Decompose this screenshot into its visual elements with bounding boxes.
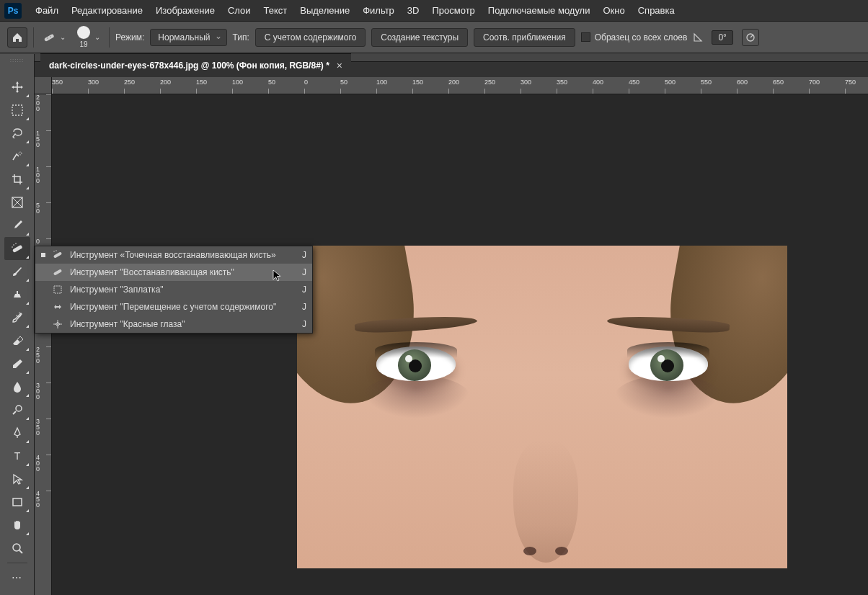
- flyout-item-patch[interactable]: Инструмент "Заплатка"J: [35, 281, 312, 298]
- angle-value-input[interactable]: 0°: [712, 30, 732, 45]
- angle-icon: [693, 32, 706, 42]
- menu-help[interactable]: Справка: [632, 1, 681, 19]
- hand-tool[interactable]: [4, 514, 30, 537]
- menu-view[interactable]: Просмотр: [425, 1, 481, 19]
- pen-tool[interactable]: [4, 421, 30, 444]
- brush-preset-picker[interactable]: 19 ⌄: [74, 24, 103, 50]
- ruler-tick: 150: [196, 77, 232, 94]
- spot-healing-brush-tool[interactable]: [4, 237, 30, 260]
- menu-filter[interactable]: Фильтр: [356, 1, 401, 19]
- brush-size-label: 19: [79, 40, 87, 48]
- tool-preset-picker[interactable]: ⌄: [40, 30, 68, 45]
- edit-toolbar-button[interactable]: ⋯: [4, 566, 30, 589]
- brush-tool[interactable]: [4, 260, 30, 283]
- home-button[interactable]: [7, 27, 27, 48]
- menu-window[interactable]: Окно: [596, 1, 631, 19]
- type-proximity-match-button[interactable]: Соотв. приближения: [474, 28, 575, 47]
- ruler-tick: 700: [809, 77, 845, 94]
- heal-icon: [51, 267, 64, 278]
- mode-select[interactable]: Нормальный: [150, 29, 226, 46]
- document-tab[interactable]: dark-circles-under-eyes-678x446.jpg @ 10…: [40, 53, 351, 77]
- sample-all-layers-checkbox[interactable]: Образец со всех слоев: [581, 32, 688, 42]
- frame-tool[interactable]: [4, 191, 30, 214]
- menu-3d[interactable]: 3D: [401, 1, 426, 19]
- eyedropper-tool[interactable]: [4, 214, 30, 237]
- ruler-tick: 50: [35, 202, 52, 238]
- ruler-tick: 100: [376, 77, 412, 94]
- tool-panel: :::::: T ⋯: [0, 54, 35, 595]
- flyout-shortcut: J: [302, 302, 306, 312]
- flyout-item-label: Инструмент "Красные глаза": [70, 319, 296, 329]
- move-tool[interactable]: [4, 76, 30, 99]
- menu-type[interactable]: Текст: [257, 1, 294, 19]
- ruler-tick: 200: [448, 77, 484, 94]
- svg-point-17: [13, 544, 20, 551]
- svg-point-10: [13, 244, 14, 246]
- svg-rect-22: [53, 269, 62, 275]
- svg-rect-9: [12, 245, 22, 253]
- svg-rect-16: [13, 498, 22, 506]
- flyout-item-content-move[interactable]: Инструмент "Перемещение с учетом содержи…: [35, 298, 312, 316]
- path-selection-tool[interactable]: [4, 468, 30, 491]
- bandage-icon: [43, 31, 56, 44]
- ruler-tick: 200: [160, 77, 196, 94]
- vertical-ruler[interactable]: 200150100500150200250300350400450: [35, 94, 52, 595]
- ruler-tick: 150: [412, 77, 448, 94]
- type-content-aware-button[interactable]: С учетом содержимого: [255, 28, 366, 47]
- ruler-origin[interactable]: [35, 77, 52, 94]
- ruler-tick: 250: [35, 346, 52, 382]
- type-tool[interactable]: T: [4, 444, 30, 468]
- quick-selection-tool[interactable]: [4, 145, 30, 168]
- crop-tool[interactable]: [4, 168, 30, 191]
- lasso-tool[interactable]: [4, 122, 30, 145]
- checkbox-icon: [581, 32, 590, 42]
- brush-preview-icon: [77, 26, 90, 39]
- blur-tool[interactable]: [4, 375, 30, 398]
- svg-point-12: [12, 246, 13, 248]
- gradient-tool[interactable]: [4, 352, 30, 375]
- flyout-item-heal[interactable]: Инструмент "Восстанавливающая кисть"J: [35, 264, 312, 281]
- document-tab-title: dark-circles-under-eyes-678x446.jpg @ 10…: [49, 61, 329, 71]
- ruler-tick: 100: [35, 166, 52, 202]
- rectangle-tool[interactable]: [4, 491, 30, 514]
- menu-plugins[interactable]: Подключаемые модули: [482, 1, 597, 19]
- flyout-item-spot-heal[interactable]: Инструмент «Точечная восстанавливающая к…: [35, 246, 312, 264]
- ruler-tick: 300: [521, 77, 557, 94]
- dodge-tool[interactable]: [4, 398, 30, 421]
- ruler-tick: 550: [701, 77, 737, 94]
- flyout-shortcut: J: [302, 285, 306, 295]
- menu-image[interactable]: Изображение: [149, 1, 221, 19]
- horizontal-ruler[interactable]: 3503002502001501005005010015020025030035…: [35, 77, 868, 94]
- flyout-shortcut: J: [302, 250, 306, 260]
- menu-file[interactable]: Файл: [29, 1, 65, 19]
- svg-rect-19: [53, 251, 62, 258]
- spot-heal-icon: [51, 249, 64, 261]
- history-brush-tool[interactable]: [4, 306, 30, 329]
- menu-select[interactable]: Выделение: [293, 1, 356, 19]
- canvas-area: 3503002502001501005005010015020025030035…: [35, 77, 868, 595]
- flyout-item-red-eye[interactable]: Инструмент "Красные глаза"J: [35, 316, 312, 333]
- flyout-item-label: Инструмент "Перемещение с учетом содержи…: [70, 302, 296, 312]
- ruler-tick: 600: [737, 77, 773, 94]
- menu-layers[interactable]: Слои: [221, 1, 257, 19]
- type-create-texture-button[interactable]: Создание текстуры: [371, 28, 468, 47]
- zoom-tool[interactable]: [4, 537, 30, 560]
- marquee-tool[interactable]: [4, 99, 30, 122]
- menu-edit[interactable]: Редактирование: [65, 1, 149, 19]
- ruler-tick: 100: [232, 77, 268, 94]
- ruler-tick: 350: [52, 77, 88, 94]
- close-tab-icon[interactable]: ×: [337, 60, 342, 71]
- document-canvas[interactable]: [297, 246, 787, 568]
- clone-stamp-tool[interactable]: [4, 283, 30, 306]
- content-move-icon: [51, 301, 64, 313]
- ruler-tick: 350: [35, 419, 52, 455]
- document-tab-bar: dark-circles-under-eyes-678x446.jpg @ 10…: [40, 54, 351, 77]
- ruler-tick: 50: [268, 77, 304, 94]
- app-logo: Ps: [4, 3, 22, 19]
- panel-grip[interactable]: ::::::: [0, 55, 34, 64]
- divider: [33, 27, 34, 48]
- svg-line-14: [13, 411, 16, 414]
- pressure-size-button[interactable]: [742, 29, 759, 46]
- eraser-tool[interactable]: [4, 329, 30, 352]
- healing-tool-flyout: Инструмент «Точечная восстанавливающая к…: [35, 246, 313, 334]
